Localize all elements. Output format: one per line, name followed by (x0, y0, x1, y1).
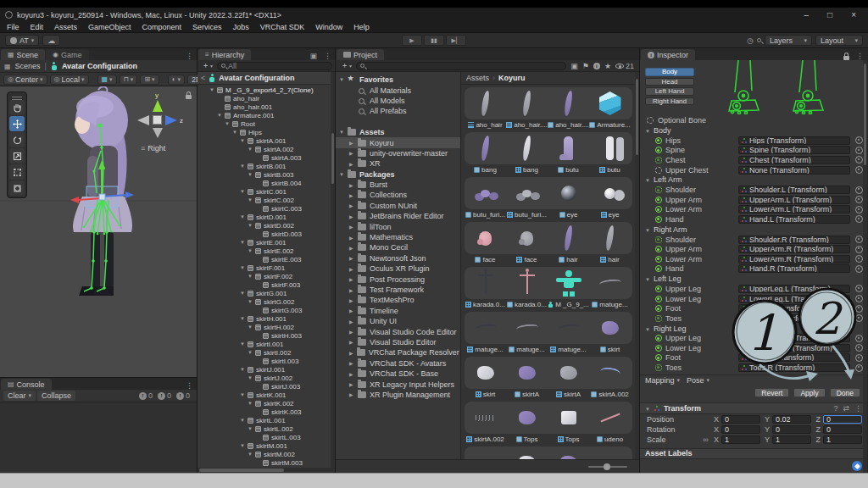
folder-row[interactable]: Test Framework (336, 285, 460, 295)
asset-item[interactable]: matuge... (465, 344, 506, 354)
tree-row[interactable]: skirtK.001 (198, 391, 335, 399)
tree-row[interactable]: skirtC.002 (198, 196, 335, 204)
tree-row[interactable]: skirtI.001 (198, 340, 335, 348)
asset-item[interactable]: butu (589, 164, 631, 175)
info-icon[interactable]: i (593, 63, 600, 69)
foldout-arrow-icon[interactable] (240, 367, 245, 372)
bone-object-field[interactable]: LowerArm.L (Transform) (738, 205, 850, 214)
move-tool-button[interactable] (9, 116, 25, 131)
foldout-arrow-icon[interactable] (240, 138, 245, 143)
transform-menu-icon[interactable]: ⋮ (854, 404, 862, 413)
tree-row[interactable]: Hips (198, 128, 335, 136)
asset-item[interactable]: face (506, 254, 548, 264)
asset-thumbnail[interactable] (465, 87, 506, 119)
asset-item[interactable]: matuge... (589, 299, 631, 309)
asset-item[interactable]: skirtA (548, 389, 589, 399)
folder-arrow-icon[interactable] (339, 130, 344, 135)
bone-object-field[interactable]: Chest (Transform) (738, 156, 850, 164)
tree-row[interactable]: M _G_9_export4_2_7(Clone) (198, 86, 335, 94)
search-by-label-icon[interactable]: ⚑ (582, 62, 589, 70)
tree-row[interactable]: skirtE.002 (198, 247, 335, 255)
folder-arrow-icon[interactable] (349, 214, 354, 219)
asset-thumbnail[interactable] (589, 87, 631, 119)
minimize-button[interactable]: – (804, 10, 810, 19)
tree-row[interactable]: skirtD.002 (198, 221, 335, 230)
asset-thumbnail[interactable] (548, 222, 589, 254)
tree-row[interactable]: skirtH.001 (198, 314, 335, 323)
foldout-arrow-icon[interactable] (240, 214, 245, 219)
asset-thumbnail[interactable] (465, 132, 506, 164)
asset-item[interactable]: skirt (589, 344, 631, 354)
object-picker-icon[interactable] (855, 206, 863, 214)
asset-thumbnail[interactable] (465, 267, 506, 299)
tree-row[interactable]: skirtI.002 (198, 348, 335, 357)
asset-item[interactable]: face (465, 254, 506, 264)
asset-thumbnail[interactable] (506, 312, 548, 344)
position-y-field[interactable]: 0.02 (772, 415, 811, 424)
tree-row[interactable]: skirtK.003 (198, 408, 335, 416)
save-search-star-icon[interactable]: ★ (604, 62, 611, 70)
object-picker-icon[interactable] (855, 186, 863, 194)
object-picker-icon[interactable] (855, 344, 863, 352)
foldout-arrow-icon[interactable] (240, 164, 245, 169)
folder-row[interactable]: Favorites (336, 75, 460, 85)
folder-arrow-icon[interactable] (339, 77, 344, 82)
folder-arrow-icon[interactable] (349, 339, 354, 345)
tree-row[interactable]: skirtG.001 (198, 289, 335, 297)
asset-thumbnail[interactable] (465, 222, 506, 254)
tree-row[interactable]: skirtJ.002 (198, 374, 335, 382)
asset-item[interactable]: bang (465, 164, 506, 175)
rotation-x-field[interactable]: 0 (721, 425, 760, 434)
tree-row[interactable]: skirtJ.003 (198, 382, 335, 391)
move-snap-dropdown[interactable]: ⊞ (140, 75, 159, 85)
folder-arrow-icon[interactable] (349, 297, 354, 303)
asset-item[interactable]: aho_hair (465, 119, 506, 130)
pose-dropdown[interactable]: Pose (687, 376, 709, 385)
folder-arrow-icon[interactable] (349, 308, 354, 313)
folder-arrow-icon[interactable] (349, 161, 354, 167)
position-x-field[interactable]: 0 (721, 415, 760, 424)
rotation-y-field[interactable]: 0 (772, 425, 811, 434)
tree-row[interactable]: skirtH.002 (198, 323, 335, 331)
hierarchy-scrollbar[interactable] (331, 72, 335, 470)
hierarchy-hscrollbar[interactable] (198, 468, 335, 473)
folder-row[interactable]: Mathematics (336, 232, 460, 242)
tree-row[interactable]: skirtD.001 (198, 213, 335, 221)
transform-tool-button[interactable] (9, 180, 25, 196)
bone-object-field[interactable]: LowerLeg.L (Transform) (738, 295, 850, 303)
clear-button[interactable]: Clear (3, 391, 36, 401)
folder-arrow-icon[interactable] (349, 182, 354, 188)
folder-arrow-icon[interactable] (339, 172, 344, 177)
console-log-area[interactable] (0, 402, 197, 473)
tree-row[interactable]: skirtH.003 (198, 331, 335, 340)
foldout-arrow-icon[interactable] (248, 452, 253, 457)
object-picker-icon[interactable] (855, 285, 863, 292)
asset-item[interactable]: matuge... (506, 344, 548, 354)
orientation-local-dropdown[interactable]: ◎Local (50, 75, 89, 85)
asset-thumbnail[interactable] (506, 132, 548, 164)
add-gameobject-button[interactable]: ＋ (200, 60, 214, 71)
menu-item[interactable]: Jobs (233, 23, 249, 31)
folder-row[interactable]: All Models (336, 96, 460, 106)
asset-thumbnail[interactable] (465, 177, 506, 209)
section-header[interactable]: Right Leg (640, 324, 867, 334)
asset-grid-scrollbar[interactable] (635, 72, 639, 459)
folder-row[interactable]: VRChat SDK - Base (336, 369, 460, 379)
folder-row[interactable]: Oculus XR Plugin (336, 263, 460, 274)
position-z-field[interactable]: 0 (823, 415, 862, 424)
folder-row[interactable]: Burst (336, 180, 460, 190)
pivot-center-dropdown[interactable]: ◎Center (3, 75, 47, 85)
breadcrumb-scenes[interactable]: Scenes (15, 62, 41, 70)
asset-thumbnail[interactable] (506, 222, 548, 254)
folder-row[interactable]: XR Plugin Management (336, 390, 460, 400)
foldout-arrow-icon[interactable] (240, 341, 245, 347)
asset-thumbnail[interactable] (465, 402, 506, 434)
asset-thumbnail[interactable] (548, 446, 589, 459)
hidden-count-badge[interactable]: 21 (615, 62, 634, 70)
asset-thumbnail[interactable] (465, 446, 506, 459)
cloud-button[interactable]: ☁ (42, 35, 60, 46)
object-picker-icon[interactable] (855, 196, 863, 203)
folder-row[interactable]: Post Processing (336, 274, 460, 284)
menu-item[interactable]: Edit (31, 23, 44, 31)
bone-object-field[interactable]: Hand.L (Transform) (738, 215, 850, 224)
